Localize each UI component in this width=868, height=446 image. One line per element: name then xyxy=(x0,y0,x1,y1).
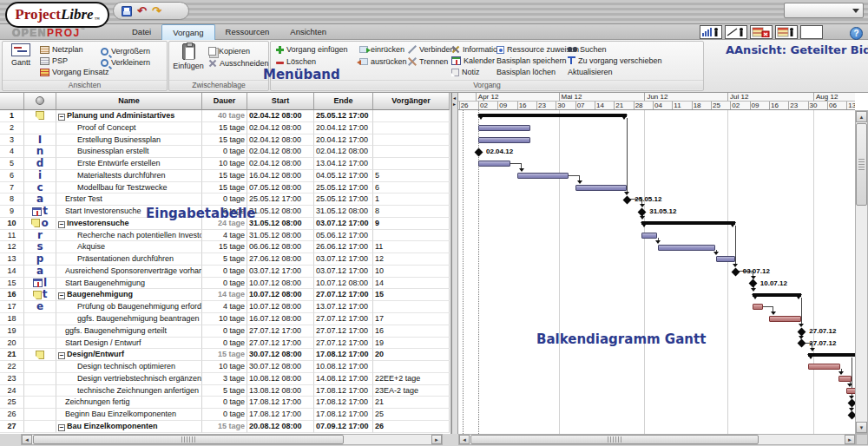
indicator-cell[interactable] xyxy=(24,409,56,421)
predecessor-cell[interactable]: 5 xyxy=(373,170,450,182)
end-cell[interactable]: 04.05.12 17:00 xyxy=(314,170,373,182)
predecessor-cell[interactable]: 14 xyxy=(373,278,450,290)
start-cell[interactable]: 02.04.12 08:00 xyxy=(247,110,314,122)
splitter-left-arrow-icon[interactable]: ◂ xyxy=(453,95,456,101)
indicator-cell[interactable] xyxy=(24,110,56,122)
row-number[interactable]: 21 xyxy=(0,349,24,361)
indicator-cell[interactable]: e xyxy=(24,301,56,313)
scroll-left-button[interactable]: ◄ xyxy=(22,435,32,444)
predecessor-cell[interactable] xyxy=(373,230,450,242)
start-cell[interactable]: 27.07.12 17:00 xyxy=(247,338,314,350)
start-cell[interactable]: 31.05.12 08:00 xyxy=(247,218,314,230)
end-cell[interactable]: 03.07.12 17:00 xyxy=(314,266,373,278)
duration-cell[interactable]: 4 tage xyxy=(202,230,247,242)
indicator-cell[interactable]: a xyxy=(24,193,56,206)
scroll-to-task-button[interactable]: Zu vorgang verschieben xyxy=(568,56,662,66)
row-number[interactable]: 19 xyxy=(0,325,24,338)
table-row[interactable]: 19ggfs. Baugenehmigung erteilt0 tage27.0… xyxy=(0,325,450,338)
duration-cell[interactable]: 15 tage xyxy=(202,170,247,182)
task-name-cell[interactable]: Akquise xyxy=(56,241,202,253)
table-horizontal-scrollbar[interactable]: ◄ ► xyxy=(21,434,443,445)
predecessor-cell[interactable] xyxy=(373,301,450,313)
tab-datei[interactable]: Datei xyxy=(122,24,161,40)
predecessor-cell[interactable]: 1 xyxy=(373,193,450,206)
histogram-view-button[interactable] xyxy=(700,25,722,39)
end-cell[interactable]: 20.04.12 17:00 xyxy=(314,134,373,147)
duration-cell[interactable]: 15 tage xyxy=(202,349,247,361)
tab-ressourcen[interactable]: Ressourcen xyxy=(215,24,280,40)
table-row[interactable]: 4nBusinessplan erstellt0 tage02.04.12 08… xyxy=(0,146,450,158)
splitter-right-arrow-icon[interactable]: ▸ xyxy=(453,102,456,107)
start-cell[interactable]: 02.04.12 08:00 xyxy=(247,146,314,158)
task-name-cell[interactable]: Beginn Bau Einzelkomponenten xyxy=(56,409,202,421)
task-name-cell[interactable]: Materialtests durchführen xyxy=(56,170,202,182)
paste-button[interactable]: Einfügen xyxy=(172,43,205,70)
indicator-cell[interactable]: o xyxy=(24,218,56,230)
indicator-cell[interactable]: p xyxy=(24,253,56,266)
table-row[interactable]: 3IErstellung Businessplan15 tage02.04.12… xyxy=(0,134,450,147)
predecessor-cell[interactable]: 10 xyxy=(373,266,450,278)
start-cell[interactable]: 02.04.12 08:00 xyxy=(247,158,314,170)
row-number[interactable]: 9 xyxy=(0,206,24,218)
duration-cell[interactable]: 5 tage xyxy=(202,253,247,266)
task-name-cell[interactable]: Modellbau für Testzwecke xyxy=(56,182,202,194)
milestone-diamond[interactable] xyxy=(798,327,806,336)
pane-splitter[interactable]: ◂ ▸ xyxy=(451,93,458,434)
start-cell[interactable]: 13.08.12 08:00 xyxy=(247,385,314,397)
row-number[interactable]: 7 xyxy=(0,182,24,194)
duration-cell[interactable]: 4 tage xyxy=(202,301,247,313)
gantt-task-bar[interactable] xyxy=(575,185,628,191)
row-number[interactable]: 22 xyxy=(0,361,24,373)
indicator-cell[interactable] xyxy=(24,313,56,325)
predecessor-cell[interactable]: 25 xyxy=(373,409,450,421)
table-row[interactable]: 17ePrüfung ob Baugenehmigung erforderlic… xyxy=(0,301,450,313)
gantt-summary-bar[interactable] xyxy=(753,293,801,297)
start-cell[interactable]: 27.07.12 17:00 xyxy=(247,325,314,338)
scroll-up-button[interactable]: ▲ xyxy=(856,111,867,122)
collapse-expander[interactable]: − xyxy=(58,114,65,121)
duration-cell[interactable]: 5 tage xyxy=(202,385,247,397)
duration-cell[interactable]: 10 tage xyxy=(202,158,247,170)
end-cell[interactable]: 25.05.12 17:00 xyxy=(314,182,373,194)
predecessor-cell[interactable]: 8 xyxy=(373,206,450,218)
gantt-task-bar[interactable] xyxy=(716,256,734,262)
gantt-task-bar[interactable] xyxy=(517,173,569,179)
duration-cell[interactable]: 15 tage xyxy=(202,241,247,253)
indicator-cell[interactable]: a xyxy=(24,266,56,278)
task-name-cell[interactable]: −Baugenehmigung xyxy=(56,289,202,301)
row-number[interactable]: 17 xyxy=(0,301,24,313)
duration-cell[interactable]: 15 tage xyxy=(202,182,247,194)
end-cell[interactable]: 27.07.12 17:00 xyxy=(314,325,373,338)
table-row[interactable]: 8aErster Test0 tage25.05.12 17:0025.05.1… xyxy=(0,193,450,206)
table-row[interactable]: 14aAusreichend Sponsorenverträge vorhand… xyxy=(0,266,450,278)
gantt-critical-task-bar[interactable] xyxy=(808,364,840,370)
note-button[interactable]: Notiz xyxy=(451,67,480,77)
task-name-cell[interactable]: Präsentationen durchführen xyxy=(56,253,202,266)
scroll-left-button[interactable]: ◄ xyxy=(459,435,470,444)
duration-cell[interactable]: 0 tage xyxy=(202,397,247,409)
delete-task-button[interactable]: Löschen xyxy=(276,56,316,67)
horizontal-scroll-thumb[interactable] xyxy=(33,435,344,444)
row-number[interactable]: 4 xyxy=(0,146,24,158)
end-cell[interactable]: 31.05.12 08:00 xyxy=(314,206,373,218)
predecessor-cell[interactable] xyxy=(373,158,450,170)
header-Vorgänger[interactable]: Vorgänger xyxy=(373,93,450,110)
start-cell[interactable]: 03.07.12 17:00 xyxy=(247,266,314,278)
title-dropdown[interactable] xyxy=(784,3,864,18)
start-cell[interactable]: 31.05.12 08:00 xyxy=(247,230,314,242)
table-row[interactable]: 12sAkquise15 tage06.06.12 08:0026.06.12 … xyxy=(0,241,450,253)
assign-resource-button[interactable]: Ressource zuweisen xyxy=(496,44,579,55)
task-name-cell[interactable]: Zeichnungen fertig xyxy=(56,397,202,409)
indent-button[interactable]: einrücken xyxy=(359,44,404,55)
scroll-down-button[interactable]: ▼ xyxy=(856,422,867,433)
task-name-cell[interactable]: ggfs. Baugenehmigung erteilt xyxy=(56,325,202,338)
task-name-cell[interactable]: −Bau Einzelkomponenten xyxy=(56,421,202,433)
table-row[interactable]: 21−Design/Entwurf15 tage30.07.12 08:0017… xyxy=(0,349,450,361)
predecessor-cell[interactable] xyxy=(373,146,450,158)
end-cell[interactable]: 20.04.12 17:00 xyxy=(314,122,373,134)
table-row[interactable]: 23Design vertriebstechnisch ergänzen3 ta… xyxy=(0,373,450,385)
predecessor-cell[interactable]: 12 xyxy=(373,253,450,266)
predecessor-cell[interactable]: 16 xyxy=(373,325,450,338)
table-row[interactable]: 11rRecherche nach potentiellen Investore… xyxy=(0,230,450,242)
blank-view-button[interactable] xyxy=(800,25,823,39)
